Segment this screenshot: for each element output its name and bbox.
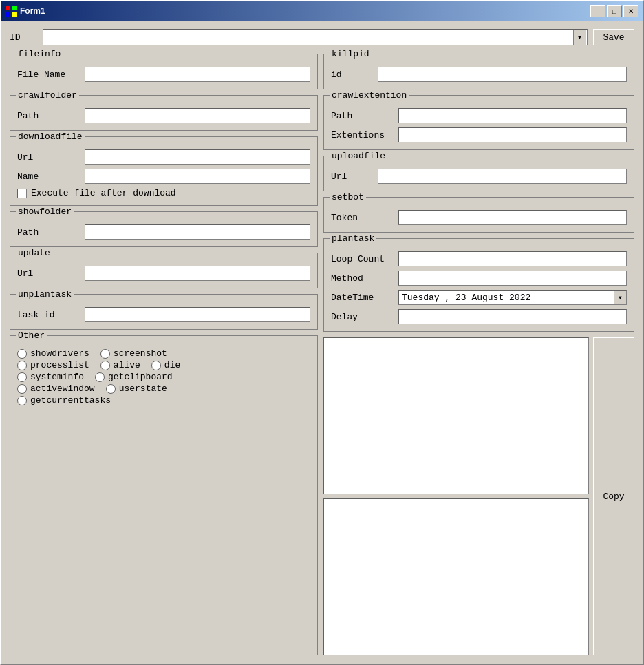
save-button[interactable]: Save [593,29,634,45]
screenshot-radio[interactable] [100,349,110,359]
main-window: Form1 — □ ✕ ID ▼ Save fileinfo [0,0,644,665]
execute-checkbox[interactable] [17,189,27,198]
loop-count-input[interactable] [398,251,627,266]
showfolder-label: showfolder [16,207,74,217]
task-id-row: task id [17,307,310,322]
setbot-token-label: Token [331,213,393,223]
delay-input[interactable] [398,309,627,324]
title-bar-left: Form1 [6,6,45,17]
datetime-value: Tuesday , 23 August 2022 [402,293,614,303]
output-textarea-1[interactable] [323,337,589,494]
radio-die: die [151,360,180,370]
svg-rect-0 [6,6,10,10]
close-button[interactable]: ✕ [623,5,638,17]
radio-line-1: showdrivers screenshot [17,348,310,359]
main-columns: fileinfo File Name crawlfolder Path [10,54,634,655]
killpid-group: killpid id [323,54,634,89]
delay-label: Delay [331,312,393,322]
update-url-label: Url [17,268,79,279]
processlist-radio[interactable] [17,361,27,370]
delay-row: Delay [331,309,627,324]
download-name-label: Name [17,171,79,182]
app-icon [6,6,17,17]
alive-radio[interactable] [100,361,110,370]
method-row: Method [331,271,627,286]
maximize-button[interactable]: □ [607,5,622,17]
download-url-label: Url [17,152,79,162]
title-bar: Form1 — □ ✕ [1,1,643,21]
update-url-input[interactable] [85,266,310,281]
id-label: ID [10,32,37,43]
crawlext-extentions-input[interactable] [398,127,627,142]
getcurrenttasks-label: getcurrenttasks [30,395,111,405]
update-group: update Url [10,253,318,288]
datetime-label: DateTime [331,293,393,303]
killpid-id-input[interactable] [378,67,627,82]
crawlfolder-label: crawlfolder [16,90,79,101]
processlist-label: processlist [30,360,89,370]
radio-line-4: activewindow userstate [17,383,310,394]
datetime-combobox[interactable]: Tuesday , 23 August 2022 ▼ [398,290,627,305]
id-combobox[interactable]: ▼ [43,29,588,45]
userstate-radio[interactable] [106,384,116,394]
method-input[interactable] [398,271,627,286]
userstate-label: userstate [119,383,167,394]
radio-alive: alive [100,360,140,370]
crawlfolder-path-row: Path [17,108,310,123]
output-area: Copy [323,337,634,655]
output-textarea-2[interactable] [323,498,589,655]
unplantask-label: unplantask [16,289,74,299]
upload-url-input[interactable] [378,169,627,184]
other-label: Other [16,330,47,341]
task-id-label: task id [17,310,79,320]
getcurrenttasks-radio[interactable] [17,396,27,405]
crawlfolder-path-input[interactable] [85,108,310,123]
activewindow-label: activewindow [30,383,95,394]
downloadfile-group: downloadfile Url Name Execute file after… [10,136,318,206]
text-areas-column [323,337,589,655]
other-radios: showdrivers screenshot processlist [17,348,310,405]
id-row: ID ▼ Save [10,29,634,45]
showfolder-path-input[interactable] [85,224,310,240]
radio-userstate: userstate [106,383,167,394]
uploadfile-group: uploadfile Url [323,156,634,191]
uploadfile-label: uploadfile [330,151,387,161]
getclipboard-radio[interactable] [95,372,105,382]
execute-checkbox-label: Execute file after download [31,188,176,198]
killpid-id-row: id [331,67,627,82]
datetime-combo-arrow[interactable]: ▼ [614,291,626,304]
showfolder-path-label: Path [17,227,79,237]
crawlextention-group: crawlextention Path Extentions [323,95,634,150]
showdrivers-radio[interactable] [17,349,27,359]
activewindow-radio[interactable] [17,384,27,394]
alive-label: alive [114,360,140,370]
radio-line-5: getcurrenttasks [17,395,310,405]
task-id-input[interactable] [85,307,310,322]
crawlext-path-row: Path [331,108,627,123]
crawlext-path-input[interactable] [398,108,627,123]
id-combo-arrow[interactable]: ▼ [573,30,586,45]
radio-screenshot: screenshot [100,348,167,359]
systeminfo-radio[interactable] [17,372,27,382]
fileinfo-label: fileinfo [16,49,63,59]
svg-rect-2 [6,12,10,17]
copy-button[interactable]: Copy [593,337,634,655]
datetime-row: DateTime Tuesday , 23 August 2022 ▼ [331,290,627,305]
loop-count-label: Loop Count [331,254,393,264]
left-column: fileinfo File Name crawlfolder Path [10,54,318,655]
download-name-row: Name [17,169,310,184]
crawlext-extentions-label: Extentions [331,130,393,140]
setbot-token-input[interactable] [398,210,627,225]
setbot-label: setbot [330,192,366,202]
showfolder-path-row: Path [17,224,310,240]
radio-getclipboard: getclipboard [95,372,173,382]
crawlfolder-path-label: Path [17,111,79,121]
download-url-input[interactable] [85,149,310,165]
die-radio[interactable] [151,361,161,370]
minimize-button[interactable]: — [590,5,605,17]
downloadfile-label: downloadfile [16,131,85,142]
window-controls: — □ ✕ [590,5,638,17]
download-name-input[interactable] [85,169,310,184]
file-name-input[interactable] [85,67,310,82]
showdrivers-label: showdrivers [30,348,89,359]
